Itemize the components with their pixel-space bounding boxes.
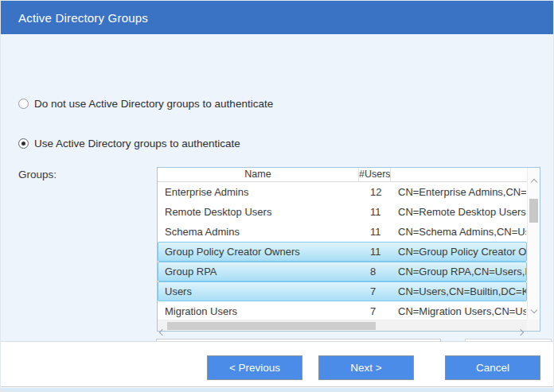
dialog-active-directory-groups: Active Directory Groups Do not use Activ… (0, 0, 554, 392)
horizontal-scroll-thumb[interactable] (167, 322, 376, 330)
cancel-button[interactable]: Cancel (445, 355, 540, 380)
dialog-title: Active Directory Groups (18, 11, 148, 25)
scroll-right-icon[interactable] (518, 324, 523, 338)
table-body: Enterprise Admins 12 CN=Enterprise Admin… (158, 182, 527, 321)
cell-distinguished-name: CN=Group Policy Creator Ov (392, 246, 526, 258)
vertical-scroll-thumb[interactable] (529, 199, 538, 223)
table-header: Name #Users (158, 168, 527, 182)
table-row[interactable]: Remote Desktop Users 11 CN=Remote Deskto… (158, 202, 527, 222)
scroll-down-icon[interactable] (532, 301, 536, 316)
table-row[interactable]: Schema Admins 11 CN=Schema Admins,CN=Use (158, 222, 527, 242)
cell-user-count: 11 (360, 246, 392, 258)
cell-distinguished-name: CN=Migration Users,CN=Use (392, 305, 526, 317)
cell-group-name: Migration Users (158, 305, 360, 317)
table-row[interactable]: Migration Users 7 CN=Migration Users,CN=… (158, 301, 527, 321)
cell-group-name: Group RPA (158, 266, 360, 278)
cell-group-name: Users (158, 285, 360, 297)
table-row[interactable]: Users 7 CN=Users,CN=Builtin,DC=Kr (158, 281, 527, 301)
dialog-content: Do not use Active Directory groups to au… (1, 34, 553, 341)
column-header-name[interactable]: Name (158, 168, 359, 181)
cell-user-count: 11 (360, 226, 392, 238)
cell-distinguished-name: CN=Group RPA,CN=Users,DC (392, 266, 526, 278)
cell-user-count: 7 (360, 285, 392, 297)
radio-use-ad-groups[interactable]: Use Active Directory groups to authentic… (18, 138, 240, 149)
previous-button[interactable]: < Previous (207, 355, 302, 380)
radio-do-not-use-ad-groups[interactable]: Do not use Active Directory groups to au… (18, 98, 273, 110)
column-header-users[interactable]: #Users (359, 168, 391, 181)
cell-distinguished-name: CN=Users,CN=Builtin,DC=Kr (392, 285, 526, 297)
next-button[interactable]: Next > (318, 355, 414, 380)
cell-distinguished-name: CN=Remote Desktop Users,C (392, 206, 526, 218)
cell-user-count: 7 (360, 305, 392, 317)
radio-button-icon[interactable] (18, 99, 29, 109)
vertical-scrollbar[interactable] (527, 168, 540, 320)
table-row[interactable]: Group RPA 8 CN=Group RPA,CN=Users,DC (158, 262, 527, 281)
cell-user-count: 8 (360, 266, 392, 278)
scroll-left-icon[interactable] (160, 324, 165, 338)
footer-bar: < Previous Next > Cancel (1, 341, 553, 387)
horizontal-scrollbar[interactable] (158, 320, 527, 331)
cell-group-name: Group Policy Creator Owners (158, 246, 360, 258)
column-header-dn[interactable] (391, 168, 527, 181)
radio-label: Use Active Directory groups to authentic… (34, 138, 240, 149)
cell-group-name: Remote Desktop Users (158, 206, 360, 218)
cell-group-name: Enterprise Admins (158, 186, 360, 198)
radio-button-icon[interactable] (18, 138, 29, 149)
table-row[interactable]: Enterprise Admins 12 CN=Enterprise Admin… (158, 182, 527, 202)
cell-user-count: 11 (360, 206, 392, 218)
cell-group-name: Schema Admins (158, 226, 360, 238)
groups-table: Name #Users Enterprise Admins 12 CN=Ente… (157, 167, 540, 332)
titlebar: Active Directory Groups (1, 1, 553, 34)
table-row[interactable]: Group Policy Creator Owners 11 CN=Group … (158, 242, 527, 262)
window-bottom-edge (1, 388, 553, 392)
scrollbar-corner (527, 320, 540, 331)
cell-distinguished-name: CN=Schema Admins,CN=Use (392, 226, 526, 238)
radio-label: Do not use Active Directory groups to au… (34, 98, 273, 110)
groups-label: Groups: (18, 169, 57, 180)
scroll-up-icon[interactable] (532, 173, 536, 188)
cell-distinguished-name: CN=Enterprise Admins,CN=U (392, 186, 526, 198)
cell-user-count: 12 (360, 186, 392, 198)
